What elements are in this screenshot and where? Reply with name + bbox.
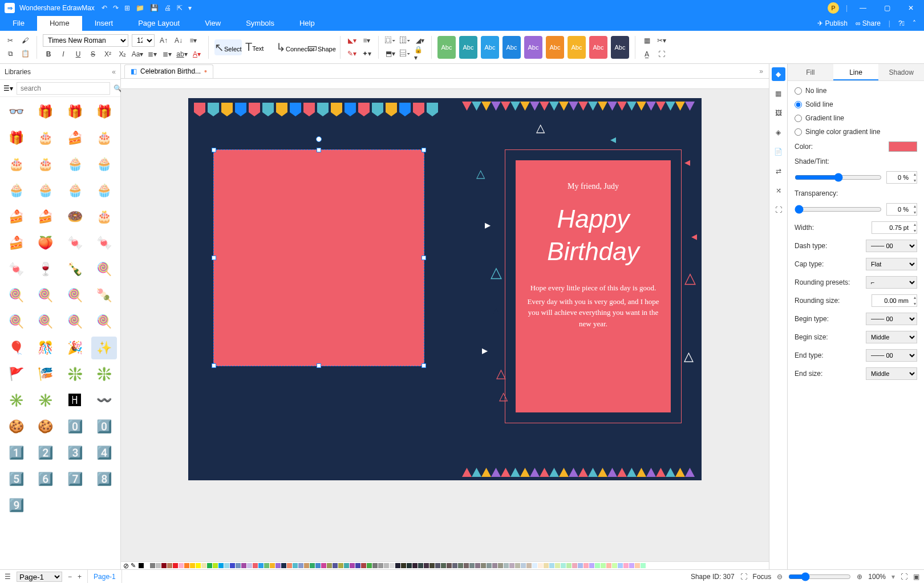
library-item[interactable]: ❇️ (62, 363, 88, 386)
tab-fill[interactable]: Fill (788, 64, 833, 80)
palette-color[interactable] (532, 563, 537, 568)
resize-handle-sw[interactable] (212, 363, 216, 368)
palette-color[interactable] (538, 563, 543, 568)
add-page-icon[interactable]: + (78, 573, 82, 581)
transparency-slider[interactable] (795, 205, 882, 214)
end-size-select[interactable]: Middle (866, 367, 917, 380)
round-preset-select[interactable]: ⌐ (866, 276, 917, 289)
dash-select[interactable]: ─── 00 (866, 240, 917, 252)
library-item[interactable]: 🎈 (3, 337, 29, 359)
fill-color-icon[interactable]: ◣▾ (346, 35, 358, 46)
begin-size-select[interactable]: Middle (866, 331, 917, 343)
style-swatch[interactable]: Abc (568, 36, 586, 59)
help-icon[interactable]: ?⃝ (898, 19, 905, 27)
radio-single-gradient-line[interactable]: Single color gradient line (795, 128, 917, 136)
rotate-handle[interactable] (316, 136, 322, 142)
library-item[interactable]: 🎂 (3, 153, 29, 176)
font-color-icon[interactable]: A▾ (191, 48, 202, 60)
library-item[interactable]: 🍭 (62, 284, 88, 307)
library-item[interactable]: 4️⃣ (91, 442, 117, 464)
palette-color[interactable] (509, 563, 514, 568)
library-item[interactable]: ✨ (91, 337, 117, 359)
palette-color[interactable] (207, 563, 212, 568)
focus-icon[interactable]: ⛶ (740, 573, 747, 581)
library-item[interactable]: 🍷 (33, 258, 58, 281)
palette-color[interactable] (372, 563, 378, 568)
palette-color[interactable] (378, 563, 383, 568)
palette-color[interactable] (504, 563, 509, 568)
new-icon[interactable]: ⊞ (124, 4, 130, 12)
library-item[interactable]: 🎉 (62, 337, 88, 359)
crop-icon[interactable]: ✂▾ (656, 35, 667, 46)
zoom-slider[interactable] (788, 572, 851, 581)
style-swatch[interactable]: Abc (502, 36, 521, 59)
palette-color[interactable] (452, 563, 457, 568)
library-item[interactable]: 🍰 (33, 205, 58, 228)
bold-icon[interactable]: B (43, 48, 54, 60)
library-item[interactable]: 🧁 (91, 179, 117, 202)
shadow-icon[interactable]: ✦▾ (361, 48, 372, 59)
palette-color[interactable] (315, 563, 321, 568)
library-item[interactable]: ❇️ (91, 363, 117, 386)
palette-color[interactable] (144, 563, 149, 568)
palette-color[interactable] (293, 563, 298, 568)
palette-color[interactable] (224, 563, 229, 568)
subscript-icon[interactable]: X₂ (117, 48, 128, 60)
palette-color[interactable] (464, 563, 469, 568)
decrease-font-icon[interactable]: A↓ (173, 35, 184, 46)
library-item[interactable]: 🍬 (62, 232, 88, 254)
end-type-select[interactable]: ─── 00 (866, 349, 917, 362)
paste-icon[interactable]: 📋 (19, 48, 31, 59)
style-swatch[interactable]: Abc (589, 36, 607, 59)
minimize-button[interactable]: — (854, 4, 872, 12)
palette-color[interactable] (481, 563, 486, 568)
library-item[interactable]: 🍭 (33, 284, 58, 307)
qat-more-icon[interactable]: ▾ (188, 4, 192, 12)
library-item[interactable]: 🍬 (91, 232, 117, 254)
palette-color[interactable] (270, 563, 275, 568)
increase-font-icon[interactable]: A↑ (158, 35, 169, 46)
library-item[interactable]: 🍭 (91, 258, 117, 281)
canvas[interactable]: △ ◂ △ ▸ △ ▴ ▸ △ △ ◂ ◂ △ △ △ My f (188, 98, 702, 486)
format-painter-icon[interactable]: 🖌 (19, 35, 31, 46)
case-icon[interactable]: Aa▾ (132, 48, 143, 60)
zoom-in-icon[interactable]: ⊕ (857, 573, 862, 581)
line-color-swatch[interactable] (889, 141, 917, 152)
palette-color[interactable] (418, 563, 423, 568)
tab-view[interactable]: View (192, 16, 233, 31)
resize-handle-s[interactable] (317, 363, 321, 368)
library-item[interactable]: 🎂 (91, 205, 117, 228)
font-name-select[interactable]: Times New Roman (43, 34, 128, 47)
canvas-scroll[interactable]: △ ◂ △ ▸ △ ▴ ▸ △ △ ◂ ◂ △ △ △ My f (121, 89, 769, 561)
library-menu-icon[interactable]: ☰▾ (3, 84, 13, 92)
text-tool[interactable]: TText (245, 41, 273, 54)
library-item[interactable]: 🧁 (33, 179, 58, 202)
library-item[interactable]: 🍑 (33, 232, 58, 254)
palette-color[interactable] (264, 563, 269, 568)
tab-file[interactable]: File (0, 16, 37, 31)
palette-color[interactable] (139, 563, 144, 568)
palette-color[interactable] (589, 563, 594, 568)
library-item[interactable]: ✳️ (33, 389, 58, 412)
palette-color[interactable] (629, 563, 634, 568)
palette-color[interactable] (544, 563, 549, 568)
palette-color[interactable] (361, 563, 366, 568)
palette-color[interactable] (487, 563, 492, 568)
library-item[interactable]: 8️⃣ (91, 468, 117, 491)
library-item[interactable]: 🎂 (33, 153, 58, 176)
remove-page-icon[interactable]: − (68, 573, 72, 581)
resize-handle-ne[interactable] (422, 148, 426, 152)
page-list-icon[interactable]: ☰ (5, 573, 11, 581)
print-icon[interactable]: 🖨 (164, 4, 171, 12)
palette-color[interactable] (327, 563, 332, 568)
shade-value[interactable] (886, 171, 917, 184)
palette-color[interactable] (384, 563, 389, 568)
shade-slider[interactable] (795, 173, 882, 182)
distribute-icon[interactable]: ⿳▾ (399, 48, 411, 59)
image-icon[interactable]: 🖼 (772, 106, 785, 120)
library-item[interactable]: 🍭 (33, 310, 58, 333)
library-item[interactable]: 3️⃣ (62, 442, 88, 464)
layout-icon[interactable]: ▦ (641, 35, 653, 46)
library-item[interactable]: 5️⃣ (3, 468, 29, 491)
page-select[interactable]: Page-1 (17, 572, 62, 582)
